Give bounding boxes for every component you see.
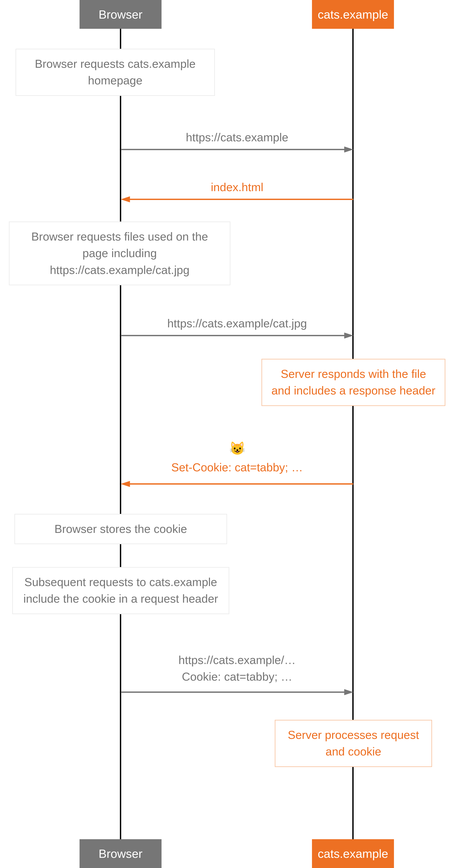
arrow-response-index — [121, 196, 353, 203]
svg-marker-5 — [344, 333, 353, 338]
arrow-label-set-cookie: Set-Cookie: cat=tabby; … — [121, 461, 353, 474]
note-text: Browser requests cats.example homepage — [35, 57, 195, 87]
arrow-label-response-index: index.html — [121, 181, 353, 194]
note-text: Server processes request and cookie — [288, 728, 419, 758]
participant-server-label: cats.example — [318, 7, 388, 21]
svg-marker-3 — [121, 196, 130, 202]
svg-marker-7 — [121, 481, 130, 487]
note-browser-stores-cookie: Browser stores the cookie — [14, 514, 227, 544]
participant-browser-label: Browser — [99, 7, 143, 21]
participant-server-bottom: cats.example — [312, 839, 394, 868]
note-text: Subsequent requests to cats.example incl… — [24, 576, 218, 605]
note-browser-requests-files: Browser requests files used on the page … — [9, 221, 231, 285]
arrow-request-homepage — [121, 146, 353, 153]
arrow-label-request-homepage: https://cats.example — [121, 131, 353, 144]
cat-emoji-icon: 😺 — [229, 441, 245, 456]
note-browser-requests-homepage: Browser requests cats.example homepage — [16, 49, 215, 96]
arrow-label-request-with-cookie-line2: Cookie: cat=tabby; … — [121, 670, 353, 683]
note-text: Browser requests files used on the page … — [31, 230, 208, 276]
arrow-request-catjpg — [121, 332, 353, 339]
note-server-processes: Server processes request and cookie — [275, 720, 432, 767]
note-text: Browser stores the cookie — [55, 523, 187, 535]
arrow-label-request-with-cookie-line1: https://cats.example/… — [121, 653, 353, 667]
note-server-responds-header: Server responds with the file and includ… — [262, 359, 445, 406]
note-subsequent-requests: Subsequent requests to cats.example incl… — [12, 567, 229, 614]
arrow-request-with-cookie — [121, 689, 353, 695]
participant-browser-top: Browser — [80, 0, 161, 29]
svg-marker-9 — [344, 689, 353, 695]
arrow-label-request-catjpg: https://cats.example/cat.jpg — [121, 317, 353, 330]
note-text: Server responds with the file and includ… — [271, 367, 435, 397]
arrow-set-cookie — [121, 480, 353, 487]
participant-browser-bottom: Browser — [80, 839, 161, 868]
participant-server-label-bottom: cats.example — [318, 847, 388, 861]
participant-browser-label-bottom: Browser — [99, 847, 143, 861]
participant-server-top: cats.example — [312, 0, 394, 29]
svg-marker-1 — [344, 147, 353, 152]
